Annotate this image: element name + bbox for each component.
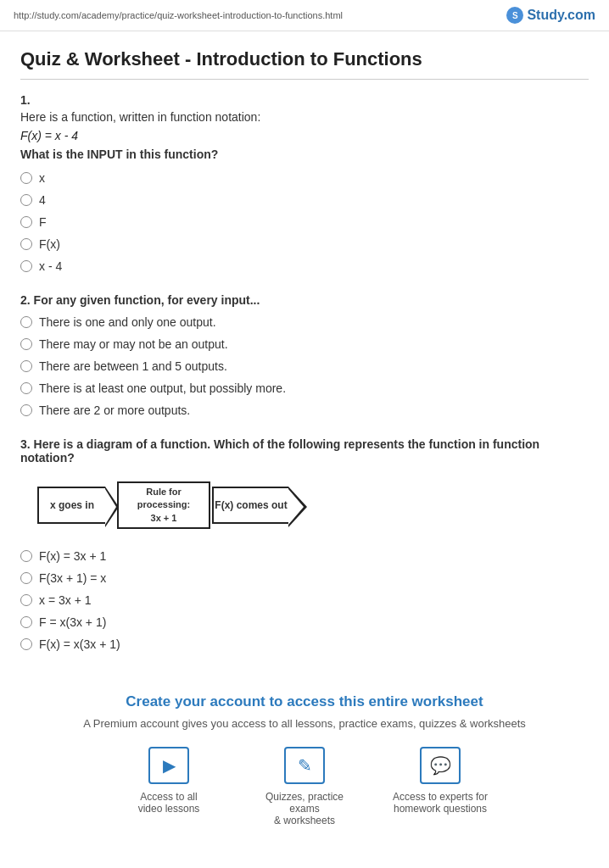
radio-3-2[interactable] xyxy=(20,572,32,584)
q1-option-1[interactable]: x xyxy=(20,171,589,185)
radio-1-5[interactable] xyxy=(20,260,32,272)
diagram-input-label: x goes in xyxy=(50,499,94,511)
q2-option-4[interactable]: There is at least one output, but possib… xyxy=(20,381,589,395)
site-header: http://study.com/academy/practice/quiz-w… xyxy=(0,0,609,31)
radio-1-4[interactable] xyxy=(20,238,32,250)
main-content: Quiz & Worksheet - Introduction to Funct… xyxy=(0,31,609,868)
q1-number: 1. xyxy=(20,93,589,107)
url-bar: http://study.com/academy/practice/quiz-w… xyxy=(14,10,343,20)
function-diagram: x goes in Rule for processing: 3x + 1 F(… xyxy=(37,481,589,529)
q1-prompt: What is the INPUT in this function? xyxy=(20,147,589,161)
cta-item-video: ▶ Access to allvideo lessons xyxy=(118,747,220,826)
radio-3-1[interactable] xyxy=(20,550,32,562)
cta-subtitle: A Premium account gives you access to al… xyxy=(37,717,572,730)
cta-item-experts: 💬 Access to experts forhomework question… xyxy=(389,747,491,826)
radio-1-2[interactable] xyxy=(20,194,32,206)
page-title: Quiz & Worksheet - Introduction to Funct… xyxy=(20,48,589,80)
radio-2-1[interactable] xyxy=(20,316,32,328)
cta-title: Create your account to access this entir… xyxy=(37,693,572,710)
radio-3-5[interactable] xyxy=(20,638,32,650)
q1-options: x 4 F F(x) x - 4 xyxy=(20,171,589,273)
diagram-rule-label: Rule for processing: xyxy=(119,486,209,512)
diagram-rule-box: Rule for processing: 3x + 1 xyxy=(117,481,210,529)
chat-icon: 💬 xyxy=(420,747,461,784)
cta-label-quizzes: Quizzes, practice exams& worksheets xyxy=(254,791,355,826)
radio-2-4[interactable] xyxy=(20,382,32,394)
site-logo[interactable]: S Study.com xyxy=(506,7,595,24)
video-icon: ▶ xyxy=(148,747,189,784)
q1-option-3[interactable]: F xyxy=(20,215,589,229)
diagram-input-arrow: x goes in xyxy=(37,487,105,524)
question-2: 2. For any given function, for every inp… xyxy=(20,293,589,417)
q1-option-2[interactable]: 4 xyxy=(20,193,589,207)
q3-number: 3. Here is a diagram of a function. Whic… xyxy=(20,437,589,465)
q3-option-1[interactable]: F(x) = 3x + 1 xyxy=(20,549,589,563)
q2-option-5[interactable]: There are 2 or more outputs. xyxy=(20,403,589,417)
radio-3-3[interactable] xyxy=(20,594,32,606)
diagram-output-arrow: F(x) comes out xyxy=(212,487,288,524)
q2-options: There is one and only one output. There … xyxy=(20,315,589,417)
q3-option-5[interactable]: F(x) = x(3x + 1) xyxy=(20,637,589,651)
q1-formula: F(x) = x - 4 xyxy=(20,129,589,142)
radio-1-3[interactable] xyxy=(20,216,32,228)
radio-1-1[interactable] xyxy=(20,172,32,184)
radio-2-2[interactable] xyxy=(20,338,32,350)
cta-label-experts: Access to experts forhomework questions xyxy=(393,791,488,815)
cta-label-video: Access to allvideo lessons xyxy=(138,791,200,815)
q3-option-2[interactable]: F(3x + 1) = x xyxy=(20,571,589,585)
question-1: 1. Here is a function, written in functi… xyxy=(20,93,589,273)
logo-text: Study.com xyxy=(527,8,595,23)
radio-2-3[interactable] xyxy=(20,360,32,372)
cta-item-quizzes: ✎ Quizzes, practice exams& worksheets xyxy=(254,747,355,826)
q3-option-4[interactable]: F = x(3x + 1) xyxy=(20,615,589,629)
q2-option-2[interactable]: There may or may not be an output. xyxy=(20,337,589,351)
question-3: 3. Here is a diagram of a function. Whic… xyxy=(20,437,589,651)
diagram-rule-formula: 3x + 1 xyxy=(151,512,177,525)
q1-option-4[interactable]: F(x) xyxy=(20,237,589,251)
logo-icon: S xyxy=(506,7,523,24)
q3-options: F(x) = 3x + 1 F(3x + 1) = x x = 3x + 1 F… xyxy=(20,549,589,651)
q3-option-3[interactable]: x = 3x + 1 xyxy=(20,593,589,607)
cta-icons: ▶ Access to allvideo lessons ✎ Quizzes, … xyxy=(37,747,572,826)
q1-option-5[interactable]: x - 4 xyxy=(20,259,589,273)
radio-3-4[interactable] xyxy=(20,616,32,628)
cta-section: Create your account to access this entir… xyxy=(20,676,589,860)
quiz-icon: ✎ xyxy=(284,747,325,784)
radio-2-5[interactable] xyxy=(20,404,32,416)
diagram-output-label: F(x) comes out xyxy=(215,499,287,511)
q1-intro: Here is a function, written in function … xyxy=(20,110,589,124)
q2-number: 2. For any given function, for every inp… xyxy=(20,293,589,307)
q2-option-3[interactable]: There are between 1 and 5 outputs. xyxy=(20,359,589,373)
q2-option-1[interactable]: There is one and only one output. xyxy=(20,315,589,329)
